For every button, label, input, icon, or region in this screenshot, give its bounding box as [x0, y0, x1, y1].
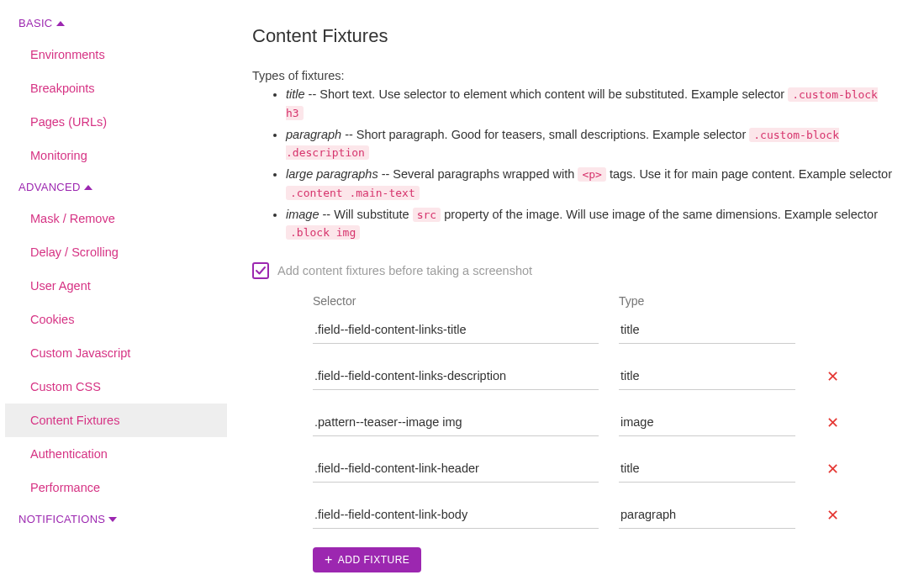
sidebar-item-pages[interactable]: Pages (URLs): [5, 105, 227, 139]
fixture-type-item: paragraph -- Short paragraph. Good for t…: [286, 126, 899, 163]
selector-input[interactable]: [313, 409, 599, 436]
header-selector: Selector: [313, 294, 599, 308]
code-example: .block img: [286, 225, 360, 240]
main-content: Content Fixtures Types of fixtures: titl…: [227, 0, 924, 575]
sidebar-item-delay-scrolling[interactable]: Delay / Scrolling: [5, 235, 227, 269]
sidebar-item-performance[interactable]: Performance: [5, 471, 227, 504]
nav-section-label: ADVANCED: [18, 181, 81, 193]
page-title: Content Fixtures: [252, 25, 899, 47]
enable-fixtures-label: Add content fixtures before taking a scr…: [277, 264, 532, 277]
close-icon: ✕: [826, 507, 839, 524]
nav-section-label: BASIC: [18, 17, 53, 29]
fixtures-table: Selector Type ✕ ✕ ✕ ✕: [252, 294, 899, 572]
table-row: ✕: [313, 409, 899, 436]
enable-fixtures-checkbox[interactable]: [252, 262, 269, 279]
sidebar-item-custom-css[interactable]: Custom CSS: [5, 370, 227, 404]
caret-up-icon: [56, 21, 65, 26]
close-icon: ✕: [826, 461, 839, 477]
selector-input[interactable]: [313, 316, 599, 344]
nav-section-notifications[interactable]: NOTIFICATIONS: [5, 504, 227, 534]
nav-section-label: NOTIFICATIONS: [18, 513, 105, 525]
type-input[interactable]: [619, 409, 795, 436]
sidebar-item-monitoring[interactable]: Monitoring: [5, 139, 227, 172]
fixture-types-list: title -- Short text. Use selector to ele…: [252, 86, 899, 242]
add-fixture-label: ADD FIXTURE: [338, 554, 410, 566]
type-input[interactable]: [619, 455, 795, 483]
sidebar: BASIC Environments Breakpoints Pages (UR…: [0, 0, 227, 575]
sidebar-item-cookies[interactable]: Cookies: [5, 303, 227, 336]
sidebar-item-mask-remove[interactable]: Mask / Remove: [5, 202, 227, 235]
fixture-type-item: large paragraphs -- Several paragraphs w…: [286, 166, 899, 203]
nav-section-basic[interactable]: BASIC: [5, 8, 227, 38]
sidebar-item-content-fixtures[interactable]: Content Fixtures: [5, 404, 227, 437]
header-type: Type: [619, 294, 795, 308]
type-input[interactable]: [619, 501, 795, 529]
fixture-type-item: image -- Will substitute src property of…: [286, 206, 899, 243]
plus-icon: +: [325, 553, 333, 567]
code-example: <p>: [578, 167, 605, 182]
sidebar-item-custom-js[interactable]: Custom Javascript: [5, 336, 227, 370]
caret-down-icon: [108, 517, 117, 522]
delete-row-button[interactable]: ✕: [816, 414, 849, 432]
selector-input[interactable]: [313, 362, 599, 390]
sidebar-item-user-agent[interactable]: User Agent: [5, 269, 227, 303]
caret-up-icon: [84, 185, 92, 190]
add-fixture-button[interactable]: + ADD FIXTURE: [313, 547, 421, 572]
code-example: src: [413, 208, 441, 222]
sidebar-item-environments[interactable]: Environments: [5, 38, 227, 71]
sidebar-item-breakpoints[interactable]: Breakpoints: [5, 71, 227, 105]
close-icon: ✕: [826, 368, 839, 385]
table-row: ✕: [313, 501, 899, 529]
table-header-row: Selector Type: [313, 294, 899, 308]
delete-row-button[interactable]: ✕: [816, 367, 849, 386]
intro-text: Types of fixtures:: [252, 69, 899, 82]
fixture-type-item: title -- Short text. Use selector to ele…: [286, 86, 899, 123]
close-icon: ✕: [826, 414, 839, 431]
delete-row-button[interactable]: ✕: [816, 460, 849, 478]
table-row: ✕: [313, 362, 899, 390]
nav-section-advanced[interactable]: ADVANCED: [5, 172, 227, 202]
table-row: ✕: [313, 455, 899, 483]
selector-input[interactable]: [313, 455, 599, 483]
sidebar-item-authentication[interactable]: Authentication: [5, 437, 227, 471]
enable-fixtures-row: Add content fixtures before taking a scr…: [252, 262, 899, 279]
type-input[interactable]: [619, 362, 795, 390]
table-row: [313, 316, 899, 344]
delete-row-button[interactable]: ✕: [816, 506, 849, 525]
selector-input[interactable]: [313, 501, 599, 529]
check-icon: [255, 265, 267, 277]
type-input[interactable]: [619, 316, 795, 344]
code-example: .content .main-text: [286, 186, 420, 200]
